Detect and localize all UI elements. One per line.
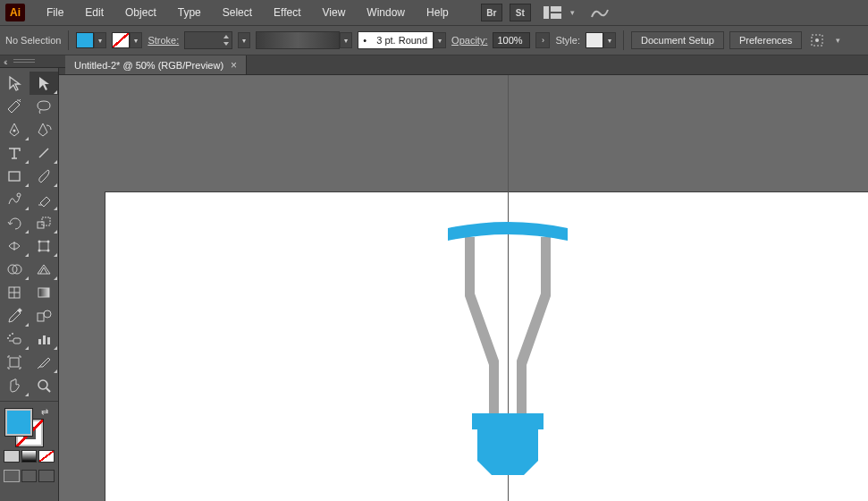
zoom-tool[interactable] (29, 374, 59, 397)
svg-line-6 (39, 149, 48, 157)
selection-state-label: No Selection (5, 35, 61, 46)
slice-tool[interactable] (29, 351, 59, 374)
menu-file[interactable]: File (38, 3, 72, 22)
shaper-tool[interactable] (0, 188, 29, 211)
menu-type[interactable]: Type (169, 3, 210, 22)
stock-icon[interactable]: St (510, 4, 531, 21)
magic-wand-tool[interactable] (0, 95, 29, 118)
brush-name: 3 pt. Round (371, 35, 433, 46)
svg-rect-33 (10, 358, 19, 367)
arrange-dropdown-icon[interactable]: ▾ (567, 8, 578, 17)
svg-rect-32 (47, 337, 50, 344)
fill-color-box[interactable] (5, 409, 32, 436)
rotate-tool[interactable] (0, 211, 29, 234)
hand-tool[interactable] (0, 374, 29, 397)
menu-help[interactable]: Help (417, 3, 458, 22)
draw-color-mode-row (0, 446, 58, 466)
color-mode-none-icon[interactable] (38, 450, 55, 463)
stroke-label[interactable]: Stroke: (147, 35, 179, 46)
brush-definition-dropdown[interactable]: • 3 pt. Round ▾ (358, 31, 446, 49)
eyedropper-tool[interactable] (0, 304, 29, 327)
menu-window[interactable]: Window (358, 3, 414, 22)
svg-point-14 (46, 241, 49, 243)
stroke-swatch-dropdown[interactable]: ▾ (112, 32, 142, 48)
color-mode-solid-icon[interactable] (4, 450, 20, 463)
direct-selection-tool[interactable] (29, 72, 59, 95)
svg-rect-36 (472, 413, 544, 429)
blend-tool[interactable] (29, 304, 59, 327)
menu-select[interactable]: Select (214, 3, 261, 22)
svg-point-25 (44, 310, 51, 318)
draw-normal-icon[interactable] (4, 470, 20, 482)
artboard-tool[interactable] (0, 351, 29, 374)
svg-point-15 (38, 250, 40, 252)
close-icon[interactable]: × (231, 59, 237, 72)
opacity-dropdown-icon[interactable]: › (535, 32, 550, 48)
grip-icon (13, 59, 35, 64)
svg-point-34 (38, 380, 47, 389)
svg-line-35 (46, 388, 50, 392)
stroke-weight-dropdown[interactable]: ▾ (238, 32, 250, 48)
app-logo-icon: Ai (5, 4, 25, 21)
menu-object[interactable]: Object (116, 3, 165, 22)
menu-view[interactable]: View (314, 3, 355, 22)
selection-tool[interactable] (0, 72, 29, 95)
document-setup-button[interactable]: Document Setup (631, 31, 724, 49)
gpu-perf-icon[interactable] (589, 4, 611, 21)
perspective-grid-tool[interactable] (29, 258, 59, 281)
tools-panel-collapse-handle[interactable] (0, 55, 65, 68)
menu-effect[interactable]: Effect (265, 3, 309, 22)
draw-inside-icon[interactable] (38, 470, 55, 482)
svg-point-27 (9, 335, 11, 336)
line-segment-tool[interactable] (29, 141, 59, 165)
stroke-swatch-none-icon (112, 32, 130, 48)
opacity-label[interactable]: Opacity: (451, 35, 487, 46)
rectangle-tool[interactable] (0, 165, 29, 188)
svg-rect-22 (38, 288, 49, 297)
opacity-input[interactable]: 100% (493, 32, 530, 48)
mesh-tool[interactable] (0, 281, 29, 304)
stroke-weight-input[interactable] (184, 31, 232, 49)
paintbrush-tool[interactable] (29, 165, 59, 188)
pen-tool[interactable] (0, 118, 29, 141)
svg-rect-26 (13, 338, 21, 344)
align-to-icon[interactable] (807, 31, 827, 49)
width-tool[interactable] (0, 234, 29, 258)
document-tab-title: Untitled-2* @ 50% (RGB/Preview) (74, 60, 223, 71)
bridge-icon[interactable]: Br (481, 4, 502, 21)
preferences-button[interactable]: Preferences (729, 31, 802, 49)
style-label: Style: (555, 35, 580, 46)
tools-panel: ⇄ (0, 68, 59, 501)
svg-point-16 (46, 250, 49, 252)
document-tab[interactable]: Untitled-2* @ 50% (RGB/Preview) × (65, 55, 247, 74)
color-mode-gradient-icon[interactable] (21, 450, 38, 463)
canvas-workspace[interactable] (59, 75, 868, 501)
type-tool[interactable] (0, 141, 29, 165)
canvas-artwork-crutch[interactable] (445, 217, 570, 501)
svg-point-4 (815, 38, 819, 42)
menu-edit[interactable]: Edit (76, 3, 113, 22)
curvature-tool[interactable] (29, 118, 59, 141)
eraser-tool[interactable] (29, 188, 59, 211)
swap-fill-stroke-icon[interactable]: ⇄ (41, 407, 48, 417)
gradient-tool[interactable] (29, 281, 59, 304)
svg-rect-2 (551, 13, 561, 19)
free-transform-tool[interactable] (29, 234, 59, 258)
svg-rect-23 (17, 308, 22, 313)
svg-point-5 (13, 130, 16, 132)
align-dropdown-icon[interactable]: ▾ (832, 36, 844, 45)
fill-stroke-control[interactable]: ⇄ (0, 405, 58, 446)
fill-swatch-dropdown[interactable]: ▾ (76, 32, 106, 48)
column-graph-tool[interactable] (29, 327, 59, 351)
draw-behind-icon[interactable] (21, 470, 38, 482)
svg-rect-0 (544, 6, 549, 19)
control-bar: No Selection ▾ ▾ Stroke: ▾ ▾ • 3 pt. Rou… (0, 25, 868, 55)
graphic-style-dropdown[interactable]: ▾ (586, 32, 616, 48)
arrange-documents-icon[interactable] (542, 4, 563, 21)
scale-tool[interactable] (29, 211, 59, 234)
symbol-sprayer-tool[interactable] (0, 327, 29, 351)
shape-builder-tool[interactable] (0, 258, 29, 281)
lasso-tool[interactable] (29, 95, 59, 118)
variable-width-profile-dropdown[interactable]: ▾ (256, 31, 352, 49)
graphic-style-swatch (586, 32, 603, 48)
